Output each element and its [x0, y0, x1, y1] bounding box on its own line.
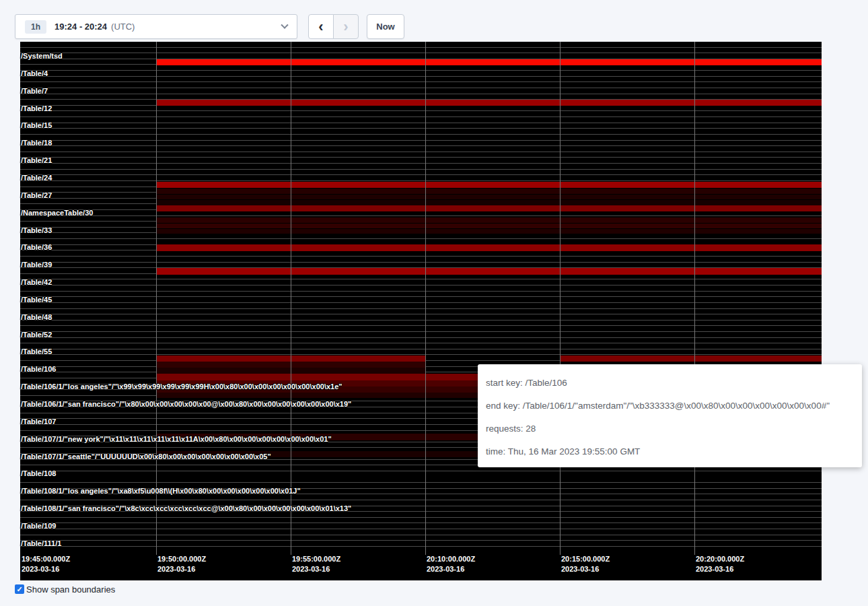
- span-band[interactable]: [156, 229, 822, 234]
- row-label: /Table/108/1/"los angeles"/"\xa8\xf5\u00…: [21, 487, 301, 495]
- row-label: /Table/55: [21, 347, 52, 356]
- row-label: /Table/24: [21, 174, 52, 182]
- row-label: /Table/27: [21, 191, 52, 199]
- row-label: /Table/36: [21, 243, 52, 251]
- row-label: /Table/12: [21, 104, 52, 112]
- x-axis-tick: 20:15:00.000Z2023-03-16: [561, 554, 610, 574]
- row-label: /Table/7: [21, 87, 48, 95]
- x-tick-date: 2023-03-16: [696, 564, 744, 574]
- span-band[interactable]: [156, 205, 822, 211]
- timezone-label: (UTC): [111, 22, 135, 32]
- x-tick-time: 19:45:00.000Z: [22, 554, 70, 564]
- row-label: /Table/4: [21, 69, 48, 77]
- row-label: /System/tsd: [21, 52, 63, 60]
- tooltip-end-key: end key: /Table/106/1/"amsterdam"/"\xb33…: [486, 395, 854, 417]
- row-label: /Table/18: [21, 139, 52, 147]
- x-tick-date: 2023-03-16: [427, 564, 475, 574]
- x-tick-date: 2023-03-16: [22, 564, 70, 574]
- row-label: /Table/107: [21, 417, 56, 426]
- row-label: /Table/48: [21, 313, 52, 321]
- x-tick-time: 20:10:00.000Z: [427, 554, 475, 564]
- show-span-boundaries-checkbox[interactable]: [15, 584, 24, 594]
- now-button[interactable]: Now: [367, 14, 404, 39]
- span-band[interactable]: [156, 224, 822, 229]
- span-band[interactable]: [156, 182, 822, 188]
- show-span-boundaries-control[interactable]: Show span boundaries: [15, 584, 115, 595]
- row-label: /NamespaceTable/30: [21, 209, 93, 217]
- x-tick-time: 20:20:00.000Z: [696, 554, 744, 564]
- x-tick-time: 19:55:00.000Z: [292, 554, 340, 564]
- x-tick-time: 19:50:00.000Z: [157, 554, 206, 564]
- row-label: /Table/33: [21, 226, 52, 234]
- tooltip-time: time: Thu, 16 Mar 2023 19:55:00 GMT: [486, 440, 854, 463]
- row-label: /Table/109: [21, 522, 56, 530]
- row-label: /Table/108/1/"san francisco"/"\x8c\xcc\x…: [21, 504, 351, 512]
- row-label: /Table/42: [21, 278, 52, 286]
- row-label: /Table/39: [21, 261, 52, 269]
- tooltip-start-key: start key: /Table/106: [486, 372, 854, 395]
- time-gridline: [425, 42, 426, 555]
- x-axis-tick: 19:50:00.000Z2023-03-16: [157, 554, 206, 574]
- time-range-select[interactable]: 1h 19:24 - 20:24 (UTC): [15, 14, 297, 39]
- x-tick-date: 2023-03-16: [292, 564, 340, 574]
- x-axis-tick: 19:55:00.000Z2023-03-16: [292, 554, 340, 574]
- row-label: /Table/52: [21, 331, 52, 339]
- span-band[interactable]: [156, 59, 822, 65]
- span-band[interactable]: [560, 356, 822, 362]
- keyvis-tooltip: start key: /Table/106 end key: /Table/10…: [478, 364, 862, 467]
- row-label: /Table/45: [21, 296, 52, 304]
- tooltip-requests: requests: 28: [486, 417, 854, 440]
- time-gridline: [156, 42, 157, 555]
- row-label: /Table/106/1/"san francisco"/"\x80\x00\x…: [21, 400, 351, 408]
- next-time-button[interactable]: ›: [333, 14, 359, 39]
- time-gridline: [291, 42, 291, 555]
- time-gridline: [560, 42, 560, 555]
- time-preset-badge: 1h: [25, 20, 46, 34]
- time-gridline: [694, 42, 695, 555]
- span-boundary-lines: [20, 42, 822, 550]
- row-label: /Table/106/1/"los angeles"/"\x99\x99\x99…: [21, 382, 342, 391]
- x-tick-date: 2023-03-16: [561, 564, 610, 574]
- span-band[interactable]: [156, 195, 822, 200]
- x-axis-tick: 19:45:00.000Z2023-03-16: [22, 554, 70, 574]
- prev-time-button[interactable]: ‹: [308, 14, 334, 39]
- span-band[interactable]: [156, 217, 822, 223]
- time-nav-group: ‹ ›: [308, 14, 359, 39]
- row-label: /Table/108: [21, 469, 56, 477]
- row-label: /Table/107/1/"new york"/"\x11\x11\x11\x1…: [21, 435, 332, 443]
- row-label: /Table/107/1/"seattle"/"UUUUUUD\x00\x80\…: [21, 452, 271, 461]
- span-band[interactable]: [156, 100, 822, 106]
- span-band[interactable]: [156, 268, 822, 275]
- show-span-boundaries-label: Show span boundaries: [26, 584, 115, 595]
- chevron-down-icon: [281, 21, 288, 28]
- span-band[interactable]: [156, 244, 822, 251]
- time-range-label: 19:24 - 20:24: [55, 22, 107, 32]
- keyvis-canvas[interactable]: /System/tsd/Table/4/Table/7/Table/12/Tab…: [20, 42, 822, 580]
- x-axis-tick: 20:20:00.000Z2023-03-16: [696, 554, 744, 574]
- x-tick-time: 20:15:00.000Z: [561, 554, 610, 564]
- span-band[interactable]: [156, 200, 822, 205]
- row-label: /Table/15: [21, 121, 52, 129]
- span-band[interactable]: [156, 189, 822, 194]
- x-tick-date: 2023-03-16: [157, 564, 206, 574]
- row-label: /Table/21: [21, 156, 52, 164]
- row-label: /Table/111/1: [21, 539, 61, 547]
- x-axis-tick: 20:10:00.000Z2023-03-16: [427, 554, 475, 574]
- row-label: /Table/106: [21, 365, 56, 373]
